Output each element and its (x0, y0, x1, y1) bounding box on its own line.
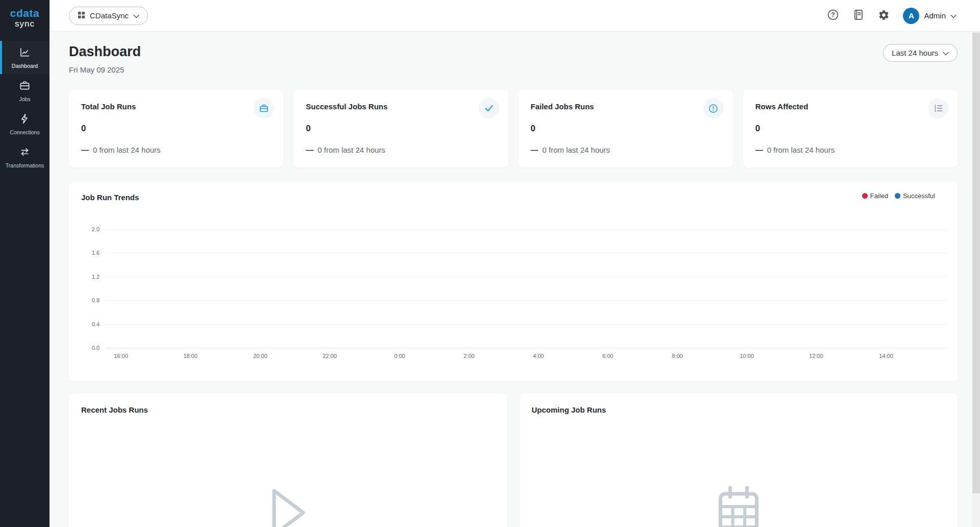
stat-card-title: Successful Jobs Runs (306, 102, 496, 111)
x-axis-tick: 2:00 (448, 353, 491, 359)
calendar-icon (714, 485, 763, 527)
x-axis-tick: 18:00 (169, 353, 212, 359)
stat-card-total-job-runs: Total Job Runs 0 — 0 from last 24 hours (69, 90, 283, 167)
workspace-label: CDataSync (90, 11, 129, 20)
x-axis-tick: 12:00 (795, 353, 838, 359)
stat-card-title: Rows Affected (755, 102, 945, 111)
sidebar-item-label: Transformations (6, 162, 44, 169)
chevron-down-icon (943, 49, 949, 57)
gridline (105, 300, 947, 301)
chart-legend: Failed Successful (862, 192, 935, 200)
x-axis-tick: 20:00 (239, 353, 282, 359)
x-axis-tick: 8:00 (656, 353, 699, 359)
settings-button[interactable] (878, 9, 890, 22)
docs-button[interactable] (852, 9, 865, 22)
main-content: Dashboard Fri May 09 2025 Last 24 hours … (50, 32, 980, 527)
sidebar-nav: Dashboard Jobs Connections Transformatio… (0, 41, 50, 174)
chevron-down-icon (133, 11, 139, 20)
logo-brand: cdata (0, 8, 50, 19)
y-axis-tick: 2.0 (78, 226, 100, 232)
topbar-actions: ? A Admin (827, 8, 957, 24)
ordered-list-icon: 123 (928, 98, 948, 118)
x-axis-tick: 22:00 (308, 353, 351, 359)
delta-dash: — (531, 146, 538, 154)
bolt-icon (19, 113, 31, 127)
stat-card-value: 0 (81, 124, 271, 134)
upcoming-job-runs-panel: Upcoming Job Runs (520, 394, 958, 527)
stat-card-rows-affected: Rows Affected 123 0 — 0 from last 24 hou… (743, 90, 958, 167)
x-axis-tick: 4:00 (517, 353, 560, 359)
y-axis-tick: 1.6 (78, 250, 100, 256)
legend-label: Successful (903, 192, 935, 200)
topbar: CDataSync ? A Ad (50, 0, 980, 32)
y-axis-tick: 0.4 (78, 321, 100, 327)
page-title: Dashboard (69, 44, 141, 60)
gridline-baseline (105, 348, 947, 348)
gridline (105, 229, 947, 230)
docs-icon (852, 9, 865, 22)
y-axis-tick: 0.0 (78, 345, 100, 351)
recent-job-runs-panel: Recent Jobs Runs (69, 394, 507, 527)
stat-card-delta: — 0 from last 24 hours (306, 146, 496, 154)
sidebar-item-label: Jobs (19, 96, 30, 102)
legend-dot-successful (895, 193, 900, 199)
page-header: Dashboard Fri May 09 2025 Last 24 hours (69, 44, 958, 74)
chart-line-icon (19, 46, 31, 60)
info-icon (703, 98, 724, 118)
user-menu[interactable]: A Admin (903, 8, 957, 24)
delta-text: 0 from last 24 hours (93, 146, 161, 154)
avatar: A (903, 8, 919, 24)
briefcase-icon (19, 80, 31, 93)
play-icon (265, 485, 311, 527)
sidebar-item-dashboard[interactable]: Dashboard (0, 41, 50, 74)
briefcase-icon (254, 98, 274, 118)
sidebar-item-jobs[interactable]: Jobs (0, 74, 50, 107)
logo-product: sync (0, 19, 50, 29)
workspace-selector[interactable]: CDataSync (69, 7, 148, 25)
panel-title: Recent Jobs Runs (81, 405, 495, 414)
gridline (105, 253, 947, 253)
chevron-down-icon (950, 11, 957, 20)
legend-item-successful[interactable]: Successful (895, 192, 935, 200)
gridline (105, 277, 947, 277)
time-range-selector[interactable]: Last 24 hours (883, 44, 958, 62)
swap-arrows-icon (19, 146, 31, 160)
scrollbar[interactable] (972, 32, 980, 527)
stat-card-value: 0 (755, 124, 945, 134)
scrollbar-thumb[interactable] (972, 33, 980, 493)
sidebar-item-transformations[interactable]: Transformations (0, 140, 50, 174)
delta-dash: — (81, 146, 89, 154)
svg-text:?: ? (831, 11, 835, 18)
time-range-label: Last 24 hours (892, 49, 938, 57)
legend-label: Failed (870, 192, 888, 200)
user-name: Admin (924, 11, 946, 20)
stat-card-failed-job-runs: Failed Jobs Runs 0 — 0 from last 24 hour… (519, 90, 733, 167)
delta-text: 0 from last 24 hours (767, 146, 835, 154)
sidebar: cdata sync Dashboard Jobs Connections (0, 0, 50, 527)
y-axis-tick: 0.8 (78, 297, 100, 303)
page-date: Fri May 09 2025 (69, 65, 141, 74)
stat-card-delta: — 0 from last 24 hours (531, 146, 721, 154)
page-title-block: Dashboard Fri May 09 2025 (69, 44, 141, 74)
delta-text: 0 from last 24 hours (543, 146, 610, 154)
x-axis-tick: 10:00 (725, 353, 768, 359)
delta-text: 0 from last 24 hours (317, 146, 385, 154)
x-axis-tick: 14:00 (865, 353, 908, 359)
sidebar-item-connections[interactable]: Connections (0, 107, 50, 140)
bottom-panels-row: Recent Jobs Runs Upcoming Job Runs (69, 394, 958, 527)
legend-item-failed[interactable]: Failed (862, 192, 888, 200)
y-axis-tick: 1.2 (78, 274, 100, 280)
help-button[interactable]: ? (827, 9, 839, 22)
stat-card-value: 0 (306, 124, 496, 134)
stat-card-title: Failed Jobs Runs (531, 102, 721, 111)
help-icon: ? (827, 9, 839, 22)
legend-dot-failed (862, 193, 868, 199)
delta-dash: — (306, 146, 313, 154)
stat-card-value: 0 (531, 124, 721, 134)
check-icon (479, 98, 499, 118)
stat-card-delta: — 0 from last 24 hours (755, 146, 945, 154)
x-axis-tick: 6:00 (586, 353, 629, 359)
chart-title: Job Run Trends (81, 193, 139, 202)
x-axis-tick: 16:00 (100, 353, 142, 359)
gear-icon (878, 9, 890, 22)
